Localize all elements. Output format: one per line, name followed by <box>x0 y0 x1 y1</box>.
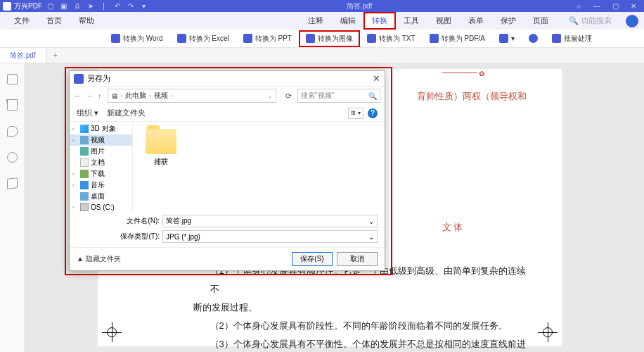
bookmark-icon[interactable] <box>7 100 18 111</box>
nav-fwd-button[interactable]: → <box>86 92 94 100</box>
view-mode-button[interactable]: ⊞ ▾ <box>348 108 363 119</box>
image-icon <box>306 34 315 43</box>
tab-current[interactable]: 简答.pdf <box>0 48 46 63</box>
feature-search[interactable]: 🔍 功能搜索 <box>560 15 620 26</box>
dialog-close-button[interactable]: ✕ <box>373 73 380 84</box>
chevron-down-icon[interactable]: ⌄ <box>368 233 374 241</box>
savetype-select[interactable]: JPG (*.jpg)⌄ <box>162 230 378 243</box>
tree-pic[interactable]: 图片 <box>70 146 132 157</box>
chevron-down-icon[interactable]: ⌄ <box>368 218 374 225</box>
tree-desk[interactable]: 桌面 <box>70 191 132 202</box>
save-as-dialog: 另存为 ✕ ← → ↑ 🖥 › 此电脑 › 视频 › ⌄ ⟳ 搜索"视频" 🔍 … <box>69 70 385 271</box>
menu-edit[interactable]: 编辑 <box>332 15 364 26</box>
close-button[interactable]: ✕ <box>626 1 641 11</box>
menu-file[interactable]: 文件 <box>6 15 38 26</box>
tree-osc[interactable]: ›OS (C:) <box>70 202 132 212</box>
bc-folder: 视频 <box>154 91 168 101</box>
user-avatar-icon[interactable]: 👤 <box>626 15 638 27</box>
crop-mark-right-icon <box>538 322 558 342</box>
menu-tools[interactable]: 工具 <box>395 15 427 26</box>
new-folder-button[interactable]: 新建文件夹 <box>107 108 146 118</box>
scrollbar[interactable] <box>634 63 644 352</box>
convert-word-button[interactable]: 转换为 Word <box>104 30 170 47</box>
tab-add-button[interactable]: + <box>46 51 65 59</box>
nav-up-button[interactable]: ↑ <box>98 92 102 100</box>
pdfa-icon <box>430 34 439 43</box>
menu-home[interactable]: 首页 <box>38 15 70 26</box>
dialog-body: ›3D 对象 ›视频 图片 文档 ›下载 ›音乐 桌面 ›OS (C:) 捕获 <box>70 122 385 212</box>
search-input[interactable]: 搜索"视频" 🔍 <box>297 89 380 103</box>
menu-convert[interactable]: 转换 <box>363 12 396 30</box>
search-panel-icon[interactable] <box>7 152 18 163</box>
more-1-button[interactable]: ▾ <box>492 30 522 47</box>
folder-tree[interactable]: ›3D 对象 ›视频 图片 文档 ›下载 ›音乐 桌面 ›OS (C:) <box>70 122 133 212</box>
dialog-fields: 文件名(N): 简答.jpg⌄ 保存类型(T): JPG (*.jpg)⌄ <box>70 212 385 247</box>
chevron-down-icon[interactable]: ⌄ <box>268 93 273 99</box>
txt-icon <box>367 34 376 43</box>
maximize-button[interactable]: ▢ <box>607 1 623 11</box>
menu-form[interactable]: 表单 <box>460 15 492 26</box>
convert-txt-button[interactable]: 转换为 TXT <box>360 30 423 47</box>
bc-root: 此电脑 <box>125 91 146 101</box>
doc-tabs: 简答.pdf + <box>0 48 644 63</box>
menu-help[interactable]: 帮助 <box>70 15 103 26</box>
folder-icon <box>146 129 176 154</box>
menu-view[interactable]: 视图 <box>427 15 460 26</box>
batch-button[interactable]: 批量处理 <box>545 30 599 47</box>
convert-pdfa-button[interactable]: 转换为 PDF/A <box>423 30 492 47</box>
file-list[interactable]: 捕获 <box>133 122 385 212</box>
tree-3d[interactable]: ›3D 对象 <box>70 123 132 134</box>
excel-icon <box>177 34 186 43</box>
file-item-label: 捕获 <box>140 157 182 167</box>
menu-bar: 文件 首页 帮助 注释 编辑 转换 工具 视图 表单 保护 页面 🔍 功能搜索 … <box>0 12 644 30</box>
dialog-path-row: ← → ↑ 🖥 › 此电脑 › 视频 › ⌄ ⟳ 搜索"视频" 🔍 <box>70 87 385 105</box>
tree-dl[interactable]: ›下载 <box>70 168 132 180</box>
chevron-right-icon: › <box>171 93 173 99</box>
menu-annotate[interactable]: 注释 <box>300 15 332 26</box>
menu-protect[interactable]: 保护 <box>492 15 524 26</box>
more-2-button[interactable] <box>522 30 545 47</box>
sun-icon[interactable]: ☼ <box>571 1 586 11</box>
print-icon[interactable]: ⎙ <box>73 2 81 10</box>
chevron-right-icon: › <box>121 93 123 99</box>
drive-icon <box>80 203 89 211</box>
dialog-app-icon <box>74 74 84 84</box>
breadcrumb[interactable]: 🖥 › 此电脑 › 视频 › ⌄ <box>108 89 277 103</box>
title-bar: 万兴PDF ▢ ▣ ⎙ ➤ | ↶ ↷ ▾ 简答.pdf ☼ — ▢ ✕ <box>0 0 644 12</box>
convert-toolbar: 转换为 Word 转换为 Excel 转换为 PPT 转换为图像 转换为 TXT… <box>0 30 644 48</box>
dropdown-icon[interactable]: ▾ <box>140 2 148 10</box>
tree-doc[interactable]: 文档 <box>70 157 132 168</box>
tree-music[interactable]: ›音乐 <box>70 180 132 191</box>
search-icon: 🔍 <box>368 92 377 100</box>
save-icon[interactable]: ▣ <box>60 2 67 10</box>
refresh-button[interactable]: ⟳ <box>282 92 295 101</box>
tree-video[interactable]: ›视频 <box>70 134 132 146</box>
redo-icon[interactable]: ↷ <box>127 2 134 10</box>
ornament-icon <box>442 73 477 83</box>
thumbs-icon[interactable] <box>7 74 18 84</box>
layers-icon[interactable] <box>7 177 18 189</box>
undo-icon[interactable]: ↶ <box>113 2 121 10</box>
hide-folders-button[interactable]: ▲ 隐藏文件夹 <box>77 254 121 264</box>
share-icon[interactable]: ➤ <box>86 2 94 10</box>
file-item[interactable]: 捕获 <box>140 129 182 167</box>
convert-image-button[interactable]: 转换为图像 <box>299 30 360 47</box>
word-icon <box>111 34 120 43</box>
help-icon[interactable]: ? <box>368 108 378 118</box>
convert-excel-button[interactable]: 转换为 Excel <box>170 30 236 47</box>
cube-icon <box>80 125 89 133</box>
minimize-button[interactable]: — <box>589 1 605 11</box>
filename-input[interactable]: 简答.jpg⌄ <box>162 215 378 227</box>
nav-back-button[interactable]: ← <box>74 92 82 100</box>
organize-button[interactable]: 组织 ▾ <box>77 108 98 118</box>
more1-icon <box>499 34 508 43</box>
convert-ppt-button[interactable]: 转换为 PPT <box>236 30 299 47</box>
cancel-button[interactable]: 取消 <box>337 252 378 266</box>
quick-access: ▢ ▣ ⎙ ➤ | ↶ ↷ ▾ <box>46 2 148 10</box>
menu-page[interactable]: 页面 <box>524 15 557 26</box>
attach-icon[interactable] <box>7 126 18 137</box>
save-button[interactable]: 保存(S) <box>292 252 333 266</box>
open-icon[interactable]: ▢ <box>46 2 54 10</box>
window-controls: ☼ — ▢ ✕ <box>571 1 641 11</box>
pc-icon: 🖥 <box>111 92 118 100</box>
